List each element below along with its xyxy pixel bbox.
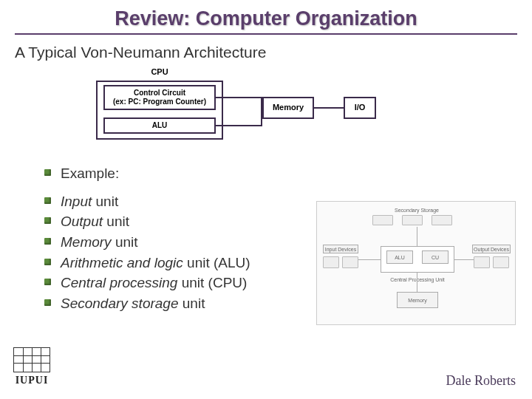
- control-circuit-box: Control Circuit (ex: PC: Program Counter…: [103, 85, 216, 110]
- bullet-alu-italic: Arithmetic and logic: [61, 255, 183, 270]
- iupui-logo: IUPUI: [13, 347, 50, 389]
- slide-title: Review: Computer Organization: [0, 0, 532, 33]
- si-line-top: [417, 227, 417, 246]
- title-underline: [15, 33, 517, 35]
- si-output-label: Output Devices: [472, 245, 511, 253]
- wire-mem-io: [314, 107, 344, 109]
- si-input-1: [323, 256, 339, 268]
- subtitle: A Typical Von-Neumann Architecture: [0, 41, 532, 67]
- si-input-label: Input Devices: [323, 245, 358, 253]
- bullet-storage-italic: Secondary storage: [61, 296, 179, 311]
- bullet-storage-rest: unit: [179, 296, 205, 311]
- wire-ctrl-mem: [216, 97, 262, 98]
- bullet-memory-italic: Memory: [61, 234, 112, 250]
- bullet-cpu-italic: Central processing: [61, 275, 177, 290]
- si-storage-3: [432, 215, 452, 225]
- memory-box: Memory: [262, 97, 314, 119]
- si-input-2: [342, 256, 358, 268]
- bullet-input-italic: Input: [61, 194, 92, 209]
- si-cu: CU: [422, 250, 449, 264]
- bullet-alu-rest: unit (ALU): [183, 255, 250, 270]
- logo-text: IUPUI: [13, 375, 50, 386]
- si-memory-box: Memory: [397, 292, 438, 308]
- bullet-example: Example:: [44, 163, 532, 184]
- wire-alu-mem: [216, 125, 262, 126]
- si-storage-1: [372, 215, 393, 225]
- bullet-cpu-rest: unit (CPU): [177, 275, 247, 290]
- footer-author: Dale Roberts: [446, 373, 516, 389]
- alu-box: ALU: [103, 117, 216, 134]
- si-line-bottom: [417, 273, 417, 292]
- si-output-1: [474, 256, 490, 268]
- cpu-label: CPU: [96, 67, 223, 76]
- wire-mem-vert: [261, 97, 262, 126]
- si-storage-2: [402, 215, 423, 225]
- bullet-output-rest: unit: [103, 214, 129, 229]
- control-line1: Control Circuit: [105, 89, 214, 98]
- si-line-right: [454, 259, 474, 260]
- si-line-left: [358, 259, 381, 260]
- si-sec-label: Secondary Storage: [387, 206, 446, 214]
- control-line2: (ex: PC: Program Counter): [105, 98, 214, 106]
- von-neumann-diagram: CPU Control Circuit (ex: PC: Program Cou…: [55, 67, 425, 156]
- si-output-2: [493, 256, 509, 268]
- bullet-memory-rest: unit: [112, 234, 138, 250]
- si-cpu-label: Central Processing Unit: [381, 276, 454, 283]
- io-box: I/O: [344, 97, 376, 119]
- logo-building-icon: [13, 347, 50, 372]
- architecture-illustration: Secondary Storage Input Devices Output D…: [316, 201, 516, 325]
- bullet-output-italic: Output: [61, 214, 103, 229]
- bullet-input-rest: unit: [92, 194, 118, 209]
- si-alu: ALU: [386, 250, 413, 264]
